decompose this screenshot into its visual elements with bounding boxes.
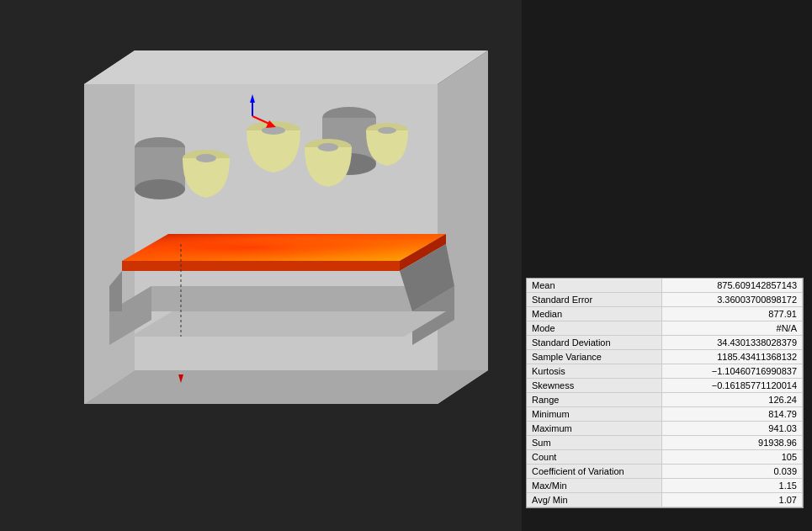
svg-point-28 [318,143,338,151]
stat-value: #N/A [661,321,803,336]
table-row: Kurtosis−1.10460716990837 [527,364,803,379]
stat-value: 814.79 [661,407,803,422]
svg-marker-2 [438,50,488,404]
stat-label: Kurtosis [527,364,661,379]
table-row: Standard Deviation34.4301338028379 [527,336,803,350]
svg-point-19 [135,179,185,199]
table-row: Minimum814.79 [527,407,803,422]
stat-label: Median [527,307,661,321]
svg-marker-3 [84,370,488,404]
stat-label: Sum [527,436,661,450]
table-row: Maximum941.03 [527,422,803,436]
svg-point-21 [196,154,216,162]
stat-label: Max/Min [527,479,661,493]
stat-value: 941.03 [661,422,803,436]
table-row: Mode#N/A [527,321,803,336]
stat-label: Mean [527,279,661,293]
stat-value: 0.039 [661,465,803,479]
stat-label: Avg/ Min [527,493,661,507]
svg-point-23 [262,126,285,135]
svg-marker-6 [109,286,454,311]
stat-label: Minimum [527,407,661,422]
statistics-table: Mean875.609142857143Standard Error3.3600… [527,279,803,507]
table-row: Count105 [527,450,803,465]
stat-label: Sample Variance [527,350,661,364]
stat-value: 1.15 [661,479,803,493]
stat-value: −0.16185771120014 [661,379,803,393]
stat-value: 1185.43411368132 [661,350,803,364]
stat-value: 126.24 [661,393,803,407]
3d-viewport[interactable] [0,0,522,531]
stat-label: Skewness [527,379,661,393]
table-row: Coefficient of Variation0.039 [527,465,803,479]
stat-label: Standard Error [527,293,661,307]
stat-value: 3.36003700898172 [661,293,803,307]
stat-value: −1.10460716990837 [661,364,803,379]
svg-marker-5 [84,50,488,84]
stat-label: Maximum [527,422,661,436]
table-row: Avg/ Min1.07 [527,493,803,507]
stat-label: Count [527,450,661,465]
stat-label: Mode [527,321,661,336]
table-row: Sum91938.96 [527,436,803,450]
table-row: Mean875.609142857143 [527,279,803,293]
stat-value: 105 [661,450,803,465]
svg-marker-11 [122,234,446,261]
table-row: Median877.91 [527,307,803,321]
stat-label: Range [527,393,661,407]
table-row: Skewness−0.16185771120014 [527,379,803,393]
svg-marker-4 [84,50,135,404]
stat-label: Standard Deviation [527,336,661,350]
stat-value: 34.4301338028379 [661,336,803,350]
svg-marker-12 [122,261,400,271]
stat-value: 875.609142857143 [661,279,803,293]
stat-label: Coefficient of Variation [527,465,661,479]
svg-marker-16 [130,311,446,337]
table-row: Max/Min1.15 [527,479,803,493]
svg-point-30 [378,127,396,134]
table-row: Standard Error3.36003700898172 [527,293,803,307]
stats-panel: Mean875.609142857143Standard Error3.3600… [526,278,804,508]
table-row: Range126.24 [527,393,803,407]
stat-value: 91938.96 [661,436,803,450]
stat-value: 877.91 [661,307,803,321]
table-row: Sample Variance1185.43411368132 [527,350,803,364]
stat-value: 1.07 [661,493,803,507]
